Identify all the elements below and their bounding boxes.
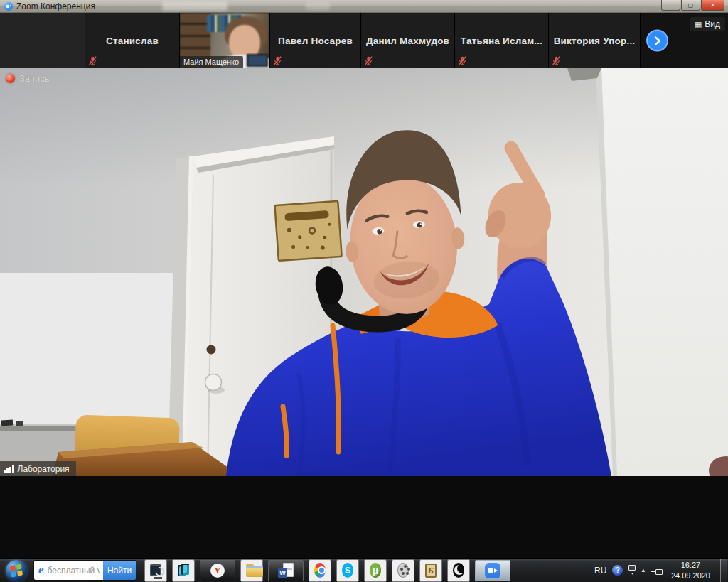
windows-logo-icon bbox=[10, 564, 23, 577]
main-speaker-video: Запись Лаборатория bbox=[0, 68, 728, 476]
participant-tile-tatyana[interactable]: Татьяна Ислам... bbox=[455, 13, 549, 68]
taskbar-apps: Y W S µ Б bbox=[144, 559, 510, 582]
title-bar[interactable]: Zoom Конференция — ▢ ✕ bbox=[0, 0, 728, 13]
background-window-ghost-2 bbox=[306, 2, 330, 10]
clock-time: 16:27 bbox=[671, 560, 710, 570]
hidden-icons-button[interactable]: ▴ bbox=[641, 567, 645, 573]
speaker-label-text: Лаборатория bbox=[18, 464, 70, 474]
media-player-icon[interactable] bbox=[392, 559, 414, 582]
participant-tile-maya-video[interactable]: Майя Мащенко bbox=[180, 13, 270, 68]
grid-view-icon: ▦ bbox=[695, 21, 702, 28]
close-button[interactable]: ✕ bbox=[701, 0, 724, 11]
participant-name: Виктория Упор... bbox=[554, 36, 636, 46]
business-pack-icon[interactable]: Б bbox=[419, 559, 442, 582]
dice-game-icon[interactable] bbox=[172, 559, 195, 582]
dark-swirl-app-icon[interactable] bbox=[447, 559, 470, 582]
participants-strip: Станислав Майя Мащенко Павел Н bbox=[0, 13, 728, 68]
tray-window-icon[interactable]: ▾ bbox=[628, 565, 636, 576]
system-tray: RU ? ▾ ▴ 16:27 24.09.2020 bbox=[594, 559, 728, 582]
background-window-ghost bbox=[162, 1, 228, 11]
muted-mic-icon bbox=[552, 56, 560, 65]
skype-icon[interactable]: S bbox=[336, 559, 359, 582]
zoom-meeting-window: Zoom Конференция — ▢ ✕ Станислав bbox=[0, 0, 728, 582]
zoom-camera-icon bbox=[4, 2, 13, 11]
zoom-taskbar-button[interactable] bbox=[475, 560, 510, 581]
recording-label: Запись bbox=[19, 73, 50, 84]
kmplayer-icon[interactable] bbox=[144, 559, 167, 582]
door-plaque bbox=[274, 201, 341, 261]
muted-mic-icon bbox=[274, 56, 282, 65]
language-indicator[interactable]: RU bbox=[594, 566, 606, 576]
door-knob bbox=[205, 374, 222, 391]
letterbox-area bbox=[0, 476, 728, 558]
show-desktop-button[interactable] bbox=[720, 559, 727, 582]
network-tray-icon[interactable] bbox=[651, 566, 663, 575]
minimize-button[interactable]: — bbox=[661, 0, 680, 11]
monitor bbox=[247, 54, 268, 67]
participant-tile-stanislav[interactable]: Станислав bbox=[85, 13, 180, 68]
participant-tile-viktoria[interactable]: Виктория Упор... bbox=[549, 13, 641, 68]
participant-name: Данил Махмудов bbox=[366, 36, 449, 46]
search-button[interactable]: Найти bbox=[103, 561, 136, 580]
zoom-camera-icon bbox=[485, 563, 500, 578]
yandex-browser-icon: Y bbox=[210, 564, 225, 578]
window-title: Zoom Конференция bbox=[16, 0, 95, 13]
participant-name: Павел Носарев bbox=[278, 36, 353, 46]
muted-mic-icon bbox=[365, 56, 373, 65]
taskbar-search-widget[interactable]: e бесплатный vpn Найти bbox=[34, 561, 136, 580]
internet-explorer-icon: e bbox=[38, 564, 44, 576]
clock-date: 24.09.2020 bbox=[671, 571, 710, 581]
view-button[interactable]: ▦ Вид bbox=[690, 17, 725, 31]
participant-name: Станислав bbox=[106, 36, 159, 46]
file-explorer-icon[interactable] bbox=[240, 559, 263, 582]
utorrent-icon[interactable]: µ bbox=[364, 559, 387, 582]
speaker-name-label: Лаборатория bbox=[0, 461, 76, 476]
window-controls: — ▢ ✕ bbox=[660, 0, 724, 11]
muted-mic-icon bbox=[89, 56, 97, 65]
participant-tile-pavel[interactable]: Павел Носарев bbox=[270, 13, 361, 68]
maximize-button[interactable]: ▢ bbox=[681, 0, 700, 11]
keyhole bbox=[207, 345, 216, 355]
search-input[interactable]: e бесплатный vpn bbox=[34, 561, 103, 580]
view-button-label: Вид bbox=[705, 19, 720, 29]
start-button[interactable] bbox=[6, 560, 27, 581]
help-tray-icon[interactable]: ? bbox=[612, 565, 623, 576]
participant-name-label: Майя Мащенко bbox=[180, 56, 243, 68]
muted-mic-icon bbox=[459, 56, 466, 65]
recording-dot-icon bbox=[6, 74, 15, 83]
search-query-text: бесплатный vpn bbox=[48, 566, 100, 576]
signal-bars-icon bbox=[4, 465, 14, 473]
participant-tile-danil[interactable]: Данил Махмудов bbox=[361, 13, 455, 68]
taskbar-clock[interactable]: 16:27 24.09.2020 bbox=[671, 560, 710, 581]
chrome-icon[interactable] bbox=[309, 559, 331, 582]
yandex-browser-button[interactable]: Y bbox=[200, 560, 235, 581]
classroom-scene bbox=[0, 68, 728, 476]
word-icon: W bbox=[278, 563, 294, 578]
participant-tile-partial[interactable] bbox=[0, 13, 85, 68]
recording-indicator[interactable]: Запись bbox=[6, 73, 50, 84]
participant-name: Татьяна Ислам... bbox=[461, 36, 542, 46]
windows-taskbar: e бесплатный vpn Найти Y W S µ bbox=[0, 558, 728, 582]
next-participants-button[interactable] bbox=[646, 30, 668, 52]
chevron-right-icon bbox=[653, 36, 662, 45]
word-button[interactable]: W bbox=[268, 560, 304, 581]
